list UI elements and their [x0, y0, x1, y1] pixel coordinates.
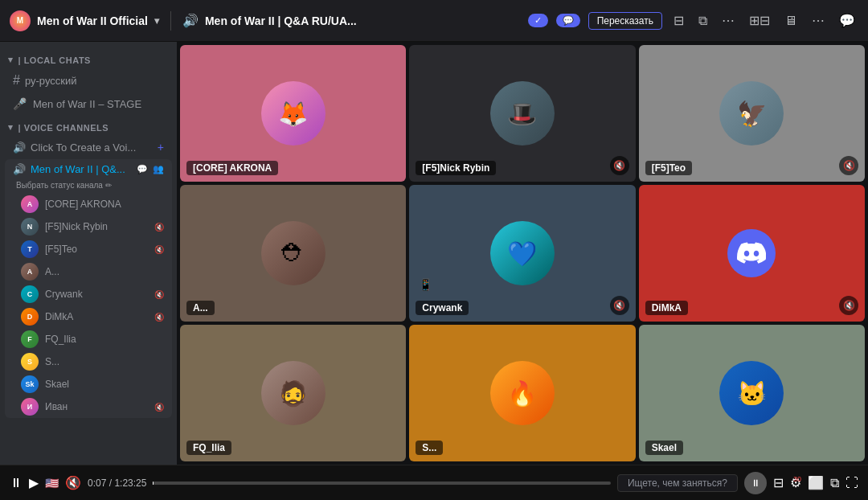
time-current: 0:07 [88, 477, 106, 489]
channel-ru-label: ру-русский [25, 75, 77, 87]
member-avatar: T [21, 240, 39, 258]
fullscreen-button[interactable]: ⛶ [845, 476, 858, 490]
click-create-label: Click To Create a Voi... [31, 141, 136, 154]
subtitle-button[interactable]: ⊟ [670, 10, 687, 31]
translate-badge: 💬 [556, 14, 580, 27]
tile-avatar-nickrybin: 🎩 [490, 81, 555, 145]
video-tile-crywank[interactable]: 💙 Crywank 🔇 📱 [409, 185, 635, 322]
settings-button[interactable]: ⚙30 [790, 475, 801, 490]
status-hint: Выбрать статус канала ✏ [5, 179, 172, 193]
vc-member-[f5]teo[interactable]: T [F5]Teo 🔇 [5, 238, 172, 260]
hash-icon: # [13, 73, 20, 88]
vc-member-a...[interactable]: A A... [5, 260, 172, 283]
search-hint[interactable]: Ищете, чем заняться? [617, 474, 738, 492]
vc-member-skael[interactable]: Sk Skael [5, 373, 172, 395]
tile-label-skael: Skael [645, 441, 683, 455]
mute-icon: 🔇 [154, 245, 164, 254]
top-bar: M Men of War II Official ▾ 🔊 Men of War … [0, 0, 868, 42]
mute-icon: 🔇 [154, 403, 164, 412]
video-tile-a[interactable]: ⛑ A... [180, 185, 406, 322]
member-name: FQ_Ilia [45, 334, 164, 345]
voice-channels-label: | VOICE CHANNELS [18, 123, 109, 133]
play-button[interactable]: ▶ [29, 475, 39, 490]
vc-member-[f5]nickrybin[interactable]: N [F5]Nick Rybin 🔇 [5, 215, 172, 238]
server-icon: M [10, 10, 31, 31]
sidebar-item-click-create[interactable]: 🔊 Click To Create a Voi... + [5, 137, 172, 158]
tile-avatar-skael: 🐱 [719, 361, 784, 425]
chat-button[interactable]: 💬 [836, 10, 858, 31]
video-tile-nickrybin[interactable]: 🎩 [F5]Nick Rybin 🔇 [409, 45, 635, 182]
voice-channels-header[interactable]: ▾ | VOICE CHANNELS [0, 116, 177, 136]
people-vc-icon[interactable]: 👥 [153, 164, 164, 174]
member-name: A... [45, 266, 164, 277]
tile-label-fqilia: FQ_Ilia [186, 441, 231, 455]
member-avatar: F [21, 330, 39, 348]
video-tile-dimka[interactable]: DiMkA 🔇 [639, 185, 865, 322]
tile-avatar-fqilia: 🧔 [261, 361, 326, 425]
bottom-right-controls: Ищете, чем заняться? ⏸ ⊟ ⚙30 ⬜ ⧉ ⛶ [617, 472, 858, 494]
video-tile-fqilia[interactable]: 🧔 FQ_Ilia [180, 325, 406, 461]
chat-vc-icon[interactable]: 💬 [137, 164, 148, 174]
speaker-icon: 🔊 [13, 141, 26, 154]
vc-member-s...[interactable]: S S... [5, 350, 172, 373]
vc-member-[core]akrona[interactable]: A [CORE] AKRONA [5, 193, 172, 215]
tile-label-akrona: [CORE] AKRONA [186, 161, 278, 175]
more-button[interactable]: ⋯ [719, 10, 738, 31]
tile-avatar-s: 🔥 [490, 361, 555, 425]
vc-member-dimka[interactable]: D DiMkA 🔇 [5, 305, 172, 328]
more-options-button[interactable]: ⋯ [809, 10, 828, 31]
stage-icon: 🎤 [13, 97, 27, 110]
pip-button[interactable]: ⧉ [695, 10, 710, 31]
bottom-bar: ⏸ ▶ 🇺🇸 🔇 0:07 / 1:23:25 Ищете, чем занят… [0, 465, 868, 500]
arrow-icon: ▾ [8, 55, 14, 65]
member-avatar: D [21, 308, 39, 326]
active-channel-label: Men of War II | Q&... [31, 163, 125, 175]
mute-icon: 🔇 [154, 223, 164, 232]
retell-button[interactable]: Пересказать [588, 12, 662, 30]
sidebar-item-ru-russian[interactable]: # ру-русский [5, 69, 172, 92]
progress-bar[interactable] [153, 482, 611, 485]
vc-member-иван[interactable]: И Иван 🔇 [5, 395, 172, 418]
member-name: [F5]Teo [45, 244, 148, 255]
vc-member-fq_ilia[interactable]: F FQ_Ilia [5, 328, 172, 350]
vc-member-crywank[interactable]: C Crywank 🔇 [5, 283, 172, 305]
speaker-active-icon: 🔊 [13, 163, 26, 175]
server-name[interactable]: M Men of War II Official ▾ [10, 10, 159, 31]
sidebar: ▾ | LOCAL CHATS # ру-русский 🎤 Men of Wa… [0, 42, 177, 465]
window-button[interactable]: ⬜ [808, 475, 824, 490]
progress-fill [153, 482, 154, 485]
translate-icon: 💬 [563, 15, 574, 26]
tile-avatar-akrona: 🦊 [261, 81, 326, 145]
tile-label-nickrybin: [F5]Nick Rybin [416, 161, 496, 175]
flag-icon: 🇺🇸 [45, 477, 59, 490]
member-avatar: Sk [21, 375, 39, 393]
local-chats-header[interactable]: ▾ | LOCAL CHATS [0, 48, 177, 68]
mute-button[interactable]: 🔇 [65, 475, 81, 490]
video-tile-skael[interactable]: 🐱 Skael [639, 325, 865, 461]
tile-label-dimka: DiMkA [645, 301, 688, 315]
verified-badge: ✓ [528, 14, 548, 27]
video-tile-akrona[interactable]: 🦊 [CORE] AKRONA [180, 45, 406, 182]
active-voice-channel: 🔊 Men of War II | Q&... 💬 👥 Выбрать стат… [5, 159, 172, 418]
video-tile-teo[interactable]: 🦅 [F5]Teo 🔇 [639, 45, 865, 182]
member-name: [F5]Nick Rybin [45, 221, 148, 232]
pause-button[interactable]: ⏸ [10, 476, 23, 490]
tile-mute-icon: 🔇 [610, 156, 629, 175]
mute-icon: 🔇 [154, 313, 164, 322]
member-avatar: И [21, 398, 39, 416]
captions-button[interactable]: ⊟ [773, 475, 784, 490]
active-channel-header[interactable]: 🔊 Men of War II | Q&... 💬 👥 [5, 159, 172, 179]
tile-label-s: S... [416, 441, 443, 455]
screen-button[interactable]: 🖥 [781, 10, 800, 31]
local-chats-label: | LOCAL CHATS [18, 55, 91, 65]
chevron-down-icon: ▾ [154, 15, 159, 27]
video-tile-s[interactable]: 🔥 S... [409, 325, 635, 461]
member-name: Skael [45, 379, 164, 390]
pause-circle-btn[interactable]: ⏸ [744, 472, 767, 494]
channel-title: Men of War II | Q&A RU/UA... [205, 14, 357, 27]
sidebar-item-stage[interactable]: 🎤 Men of War II – STAGE [5, 92, 172, 115]
pip-bottom-button[interactable]: ⧉ [830, 476, 839, 490]
member-name: Crywank [45, 289, 148, 300]
video-area: 🦊 [CORE] AKRONA 🎩 [F5]Nick Rybin 🔇 🦅 [F5… [177, 42, 868, 465]
layout-grid-button[interactable]: ⊞⊟ [746, 10, 773, 31]
